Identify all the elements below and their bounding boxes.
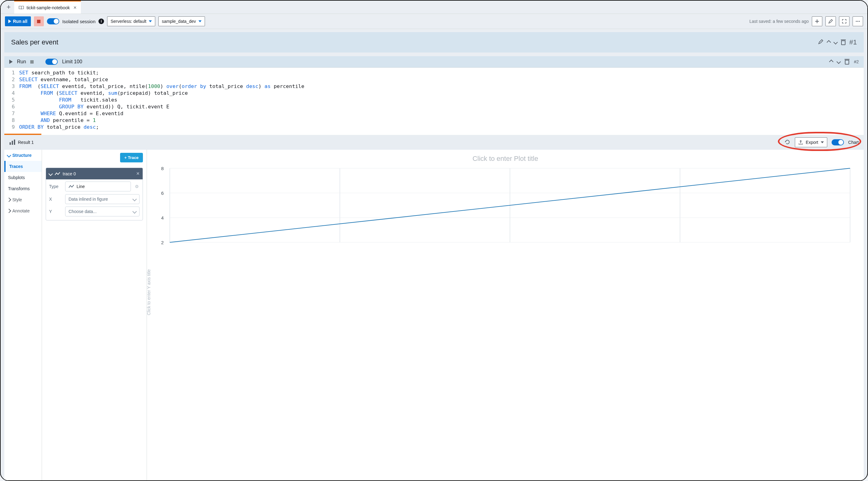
trace-name: trace 0 [63,171,76,176]
nav-item-transforms[interactable]: Transforms [4,183,42,194]
nav-item-traces[interactable]: Traces [4,161,42,172]
plus-icon: + [124,155,128,160]
y-data-select[interactable]: Choose data... [65,207,140,216]
stop-cell-button[interactable] [30,60,34,64]
svg-point-2 [859,21,860,22]
caret-down-icon [149,20,152,22]
result-panel: Result 1 Export Chart [4,134,864,480]
edit-button[interactable] [826,17,836,26]
chart-toggle-label: Chart [848,140,859,145]
annotate-group[interactable]: Annotate [4,205,42,216]
fullscreen-button[interactable] [839,17,849,26]
remove-trace-icon[interactable]: × [136,171,140,177]
move-down-icon[interactable] [837,60,841,64]
run-cell-button[interactable] [9,60,13,64]
sql-cell-toolbar: Run Limit 100 #2 [4,56,864,68]
add-cell-button[interactable] [812,17,822,26]
result-toolbar: Result 1 Export Chart [4,135,864,150]
new-tab-button[interactable]: + [3,1,14,13]
move-up-icon[interactable] [829,60,833,64]
style-group[interactable]: Style [4,194,42,205]
notebook-icon [19,5,24,10]
svg-rect-3 [9,142,11,145]
cell-index: #1 [849,38,857,46]
x-label: X [49,197,62,202]
markdown-cell-header: Sales per event #1 [4,32,864,53]
chart-toggle[interactable] [832,139,844,145]
plot-svg [170,168,850,242]
line-gutter: 1 2 3 4 5 6 7 8 9 [4,69,19,130]
trace-config-panel: + Trace trace 0 × [42,150,147,480]
y-label: Y [49,209,62,214]
chart-config-nav: Structure Traces Subplots Transforms Sty… [4,150,42,480]
plot-area[interactable]: Click to enter Plot title Click to enter… [147,150,864,480]
notebook-tab[interactable]: tickit-sample-notebook × [14,1,81,13]
run-label: Run [17,59,26,64]
y-tick: 4 [161,215,164,220]
trace-card: trace 0 × Type Line ⚙ [46,168,143,220]
svg-point-1 [857,21,858,22]
y-tick: 8 [161,166,164,171]
result-icon [9,140,16,145]
type-label: Type [49,184,62,189]
svg-point-0 [856,21,857,22]
nav-item-subplots[interactable]: Subplots [4,172,42,183]
more-menu-button[interactable] [852,17,863,26]
result-tab-label[interactable]: Result 1 [18,140,34,145]
sql-editor[interactable]: 1 2 3 4 5 6 7 8 9 SET search_path to tic… [4,68,864,134]
code-area[interactable]: SET search_path to tickit; SELECT eventn… [19,69,864,130]
svg-rect-4 [12,141,13,145]
edit-cell-icon[interactable] [818,38,824,46]
cell-index: #2 [854,59,859,64]
run-all-button[interactable]: Run all [5,17,31,26]
gear-icon[interactable]: ⚙ [134,181,140,192]
delete-cell-icon[interactable] [841,39,846,45]
upload-icon [798,140,803,145]
sql-cell: Run Limit 100 #2 1 2 3 4 5 [4,56,864,480]
add-trace-button[interactable]: + Trace [120,153,143,162]
y-tick: 2 [161,240,164,245]
line-icon [68,185,74,188]
run-all-label: Run all [13,19,28,24]
line-icon [55,172,60,176]
export-button[interactable]: Export [795,138,827,147]
limit-label: Limit 100 [62,59,82,64]
tabs-bar: + tickit-sample-notebook × [1,1,867,13]
info-icon[interactable]: i [98,19,104,24]
close-tab-icon[interactable]: × [72,5,76,11]
cell-title: Sales per event [11,38,58,46]
cluster-select[interactable]: Serverless: default [107,17,155,26]
move-down-icon[interactable] [833,40,837,44]
isolated-session-label: Isolated session [62,19,96,24]
tab-title: tickit-sample-notebook [27,5,70,10]
play-icon [8,20,11,23]
y-tick: 6 [161,190,164,196]
plot-title-placeholder[interactable]: Click to enter Plot title [151,153,859,168]
y-axis-title-placeholder[interactable]: Click to enter Y axis title [146,269,151,315]
isolated-session-toggle[interactable] [47,18,59,24]
x-data-select[interactable]: Data inlined in figure [65,194,140,204]
last-saved-label: Last saved: a few seconds ago [749,19,809,24]
trace-header[interactable]: trace 0 × [46,168,143,179]
notebook-toolbar: Run all Isolated session i Serverless: d… [1,13,867,29]
limit-toggle[interactable] [45,59,58,65]
structure-group[interactable]: Structure [4,150,42,161]
caret-down-icon [821,141,824,143]
delete-cell-icon[interactable] [844,59,849,64]
export-label: Export [806,140,818,145]
markdown-cell: Sales per event #1 [4,32,864,53]
result-body: Structure Traces Subplots Transforms Sty… [4,150,864,480]
cluster-select-label: Serverless: default [111,19,146,24]
stop-all-button[interactable] [34,17,44,26]
database-select-label: sample_data_dev [162,19,196,24]
svg-rect-5 [14,140,15,145]
refresh-icon[interactable] [784,139,790,146]
move-up-icon[interactable] [826,40,831,44]
caret-down-icon [198,20,202,22]
type-select[interactable]: Line [65,182,131,191]
stop-icon [37,20,40,23]
database-select[interactable]: sample_data_dev [158,17,205,26]
